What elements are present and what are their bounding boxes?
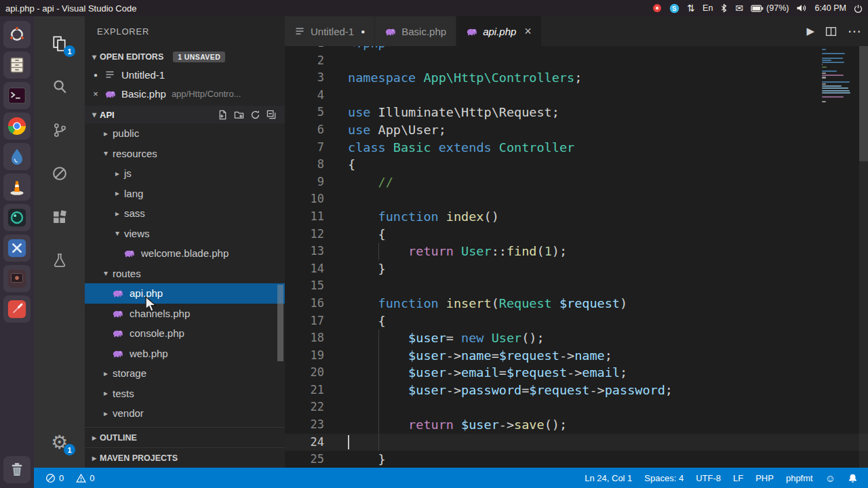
app-blue-icon[interactable] — [3, 235, 31, 262]
code-line[interactable]: 12 { — [285, 226, 868, 243]
tree-item-views[interactable]: ▾views — [85, 224, 285, 244]
kazam-icon[interactable] — [3, 204, 31, 231]
tree-item-js[interactable]: ▸js — [85, 163, 285, 184]
tree-item-web-php[interactable]: web.php — [85, 344, 285, 364]
activity-extensions[interactable] — [34, 195, 85, 239]
clock[interactable]: 6:40 PM — [814, 0, 846, 16]
code-line[interactable]: 17 { — [285, 312, 868, 330]
code-line[interactable]: 1<?php — [285, 46, 868, 52]
split-icon[interactable] — [825, 26, 837, 37]
status-encoding[interactable]: UTF-8 — [690, 468, 727, 488]
code-line[interactable]: 7class Basic extends Controller — [285, 139, 868, 157]
code-line[interactable]: 11 function index() — [285, 208, 868, 226]
vlc-icon[interactable] — [3, 174, 31, 201]
tree-item-api-php[interactable]: api.php — [85, 283, 285, 304]
tree-item-resources[interactable]: ▾resources — [85, 144, 285, 164]
new-file-icon[interactable] — [218, 110, 228, 120]
activity-explorer[interactable]: 1 — [34, 22, 85, 65]
tree-item-channels-php[interactable]: channels.php — [85, 304, 285, 324]
activity-debug[interactable] — [34, 152, 85, 195]
status-eol[interactable]: LF — [727, 468, 749, 488]
code-line[interactable]: 25 } — [285, 451, 868, 468]
code-line[interactable]: 16 function insert(Request $request) — [285, 295, 868, 312]
record-indicator[interactable] — [652, 0, 662, 16]
open-editors-header[interactable]: ▾ OPEN EDITORS 1 UNSAVED — [85, 49, 285, 65]
play-icon[interactable]: ▶ — [806, 25, 814, 37]
tree-item-welcome-blade-php[interactable]: welcome.blade.php — [85, 243, 285, 264]
close-icon[interactable]: × — [524, 25, 532, 37]
skype[interactable] — [669, 0, 679, 16]
code-line[interactable]: 6use App\User; — [285, 121, 868, 139]
tree-item-tests[interactable]: ▸tests — [85, 384, 285, 404]
tree-item-console-php[interactable]: console.php — [85, 323, 285, 344]
session-menu[interactable] — [854, 0, 863, 16]
sidebar-scrollbar[interactable] — [277, 285, 283, 361]
code-line[interactable]: 23 return $user->save(); — [285, 416, 868, 434]
section-maven-projects[interactable]: ▸MAVEN PROJECTS — [85, 447, 285, 468]
status-indentation[interactable]: Spaces: 4 — [638, 468, 690, 488]
mail[interactable]: ✉ — [735, 0, 743, 16]
trash-icon[interactable] — [3, 456, 31, 483]
deluge-icon[interactable] — [3, 143, 31, 170]
activity-test[interactable] — [34, 239, 85, 282]
code-line[interactable]: 22 — [285, 399, 868, 416]
editor-scrollbar[interactable] — [859, 46, 868, 468]
tree-item-lang[interactable]: ▸lang — [85, 184, 285, 204]
chrome-icon[interactable] — [3, 113, 31, 140]
code-line[interactable]: 14 } — [285, 260, 868, 278]
code-line[interactable]: 5use Illuminate\Http\Request; — [285, 104, 868, 121]
app-dark-icon[interactable] — [3, 265, 31, 292]
minimap[interactable] — [822, 49, 853, 103]
code-line[interactable]: 3namespace App\Http\Controllers; — [285, 69, 868, 87]
more-icon[interactable]: ⋯ — [848, 23, 861, 39]
code-line[interactable]: 18 $user= new User(); — [285, 329, 868, 347]
code-editor[interactable]: 1<?php23namespace App\Http\Controllers;4… — [285, 46, 868, 468]
file-manager-icon[interactable] — [3, 52, 31, 79]
code-line[interactable]: 21 $user->password=$request->password; — [285, 382, 868, 399]
status-warnings[interactable]: 0 — [70, 468, 100, 488]
tree-item-routes[interactable]: ▾routes — [85, 264, 285, 284]
bluetooth[interactable] — [720, 0, 728, 16]
open-editor-item[interactable]: ×Basic.phpapp/Http/Contro... — [85, 84, 285, 103]
code-line[interactable]: 13 return User::find(1); — [285, 243, 868, 260]
new-folder-icon[interactable] — [234, 110, 244, 120]
project-header[interactable]: ▾ API — [85, 106, 285, 123]
tree-item-storage[interactable]: ▸storage — [85, 363, 285, 384]
status-language-mode[interactable]: PHP — [749, 468, 780, 488]
activity-source-control[interactable] — [34, 108, 85, 152]
code-line[interactable]: 24 — [285, 434, 868, 451]
close-icon[interactable]: × — [90, 89, 101, 99]
tab-basic-php[interactable]: Basic.php — [375, 16, 456, 46]
volume[interactable] — [796, 0, 807, 16]
tree-item-vendor[interactable]: ▸vendor — [85, 403, 285, 424]
code-line[interactable]: 19 $user->name=$request->name; — [285, 347, 868, 365]
code-line[interactable]: 4 — [285, 87, 868, 104]
tab-api-php[interactable]: api.php× — [456, 16, 542, 46]
activity-manage[interactable]: ⚙1 — [34, 420, 85, 464]
status-feedback[interactable]: ☺ — [819, 468, 842, 488]
code-line[interactable]: 15 — [285, 277, 868, 295]
keyboard-layout[interactable]: En — [703, 0, 713, 16]
code-line[interactable]: 8{ — [285, 156, 868, 174]
editor-scrollbar-thumb[interactable] — [859, 46, 868, 161]
sync-indicator[interactable]: ⇅ — [687, 0, 695, 16]
collapse-all-icon[interactable] — [267, 110, 277, 120]
software-updater-icon[interactable] — [3, 296, 31, 323]
status-cursor-position[interactable]: Ln 24, Col 1 — [578, 468, 638, 488]
tree-item-sass[interactable]: ▸sass — [85, 203, 285, 224]
activity-search[interactable] — [34, 65, 85, 108]
tree-item-public[interactable]: ▸public — [85, 123, 285, 144]
code-line[interactable]: 20 $user->email=$request->email; — [285, 364, 868, 382]
status-errors[interactable]: 0 — [39, 468, 70, 488]
refresh-icon[interactable] — [250, 110, 260, 120]
tab-untitled-1[interactable]: Untitled-1● — [285, 16, 375, 46]
code-line[interactable]: 9 // — [285, 174, 868, 191]
open-editor-item[interactable]: ●Untitled-1 — [85, 65, 285, 84]
status-notifications[interactable] — [842, 468, 864, 488]
terminal-icon[interactable] — [3, 82, 31, 109]
battery[interactable]: (97%) — [751, 0, 789, 16]
ubuntu-dash-icon[interactable] — [3, 21, 31, 48]
section-outline[interactable]: ▸OUTLINE — [85, 427, 285, 447]
code-line[interactable]: 2 — [285, 52, 868, 70]
code-line[interactable]: 10 — [285, 190, 868, 208]
